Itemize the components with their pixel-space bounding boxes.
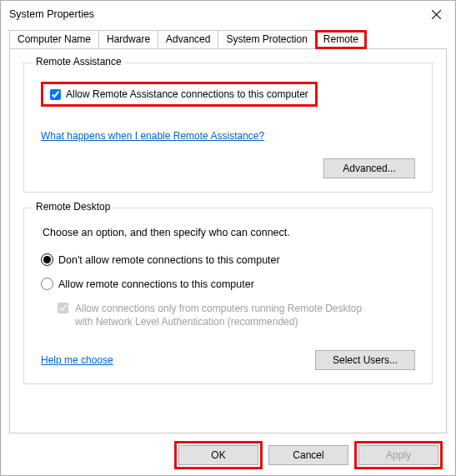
tab-hardware[interactable]: Hardware	[98, 30, 158, 49]
remote-assistance-help-link[interactable]: What happens when I enable Remote Assist…	[41, 130, 264, 142]
nla-label: Allow connections only from computers ru…	[75, 302, 362, 328]
nla-check-row: Allow connections only from computers ru…	[58, 302, 415, 328]
radio-allow-label: Allow remote connections to this compute…	[58, 278, 254, 290]
tab-computer-name[interactable]: Computer Name	[9, 30, 99, 49]
system-properties-window: System Properties Computer Name Hardware…	[0, 0, 456, 476]
tab-advanced[interactable]: Advanced	[158, 30, 218, 49]
dialog-buttons: OK Cancel Apply	[9, 433, 447, 475]
allow-remote-assistance-highlight: Allow Remote Assistance connections to t…	[41, 82, 318, 107]
close-button[interactable]	[417, 1, 455, 28]
radio-row-dont-allow[interactable]: Don't allow remote connections to this c…	[41, 253, 415, 266]
radio-dont-allow-label: Don't allow remote connections to this c…	[58, 254, 280, 266]
select-users-button[interactable]: Select Users...	[315, 350, 415, 370]
close-icon	[432, 10, 441, 19]
help-me-choose-link[interactable]: Help me choose	[41, 354, 113, 366]
client-area: Computer Name Hardware Advanced System P…	[1, 28, 455, 475]
ok-button[interactable]: OK	[178, 445, 258, 465]
radio-dont-allow[interactable]	[41, 253, 53, 266]
remote-assistance-group: Remote Assistance Allow Remote Assistanc…	[23, 63, 433, 193]
titlebar: System Properties	[1, 1, 455, 28]
window-title: System Properties	[9, 8, 94, 20]
allow-remote-assistance-label: Allow Remote Assistance connections to t…	[66, 88, 308, 100]
cancel-button[interactable]: Cancel	[268, 445, 348, 465]
apply-button: Apply	[358, 445, 438, 465]
tab-strip: Computer Name Hardware Advanced System P…	[9, 29, 447, 49]
radio-row-allow[interactable]: Allow remote connections to this compute…	[41, 278, 415, 290]
advanced-button[interactable]: Advanced...	[323, 158, 415, 178]
remote-desktop-group: Remote Desktop Choose an option, and the…	[23, 208, 433, 384]
remote-desktop-intro: Choose an option, and then specify who c…	[43, 227, 415, 238]
allow-remote-assistance-checkbox[interactable]	[50, 89, 61, 100]
radio-allow[interactable]	[41, 278, 53, 290]
nla-checkbox	[58, 303, 68, 313]
remote-assistance-legend: Remote Assistance	[33, 56, 125, 68]
tab-remote[interactable]: Remote	[315, 30, 367, 49]
tab-system-protection[interactable]: System Protection	[218, 30, 315, 49]
remote-desktop-legend: Remote Desktop	[33, 201, 113, 213]
remote-tab-page: Remote Assistance Allow Remote Assistanc…	[9, 48, 447, 433]
